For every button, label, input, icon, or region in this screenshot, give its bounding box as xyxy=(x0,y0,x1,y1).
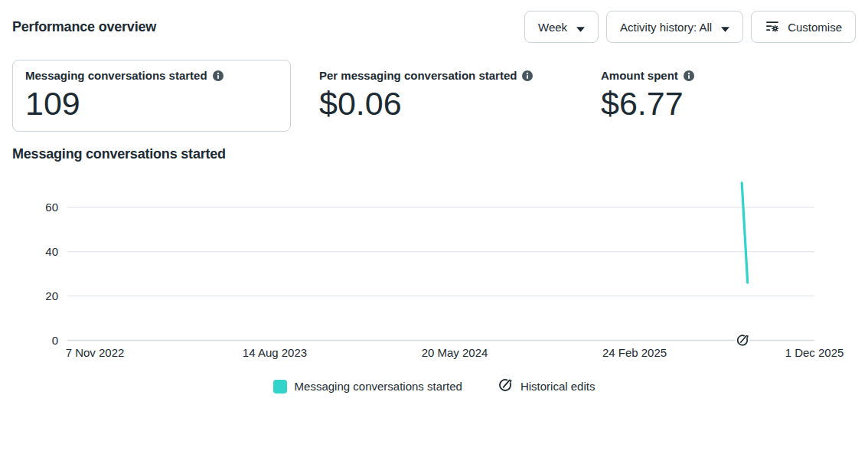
info-icon[interactable] xyxy=(522,70,533,81)
customise-label: Customise xyxy=(788,21,842,34)
x-tick-label: 1 Dec 2025 xyxy=(785,346,844,359)
chart-legend: Messaging conversations started Historic… xyxy=(12,377,856,395)
y-tick-label: 20 xyxy=(45,289,58,302)
chart-area: 02040607 Nov 202214 Aug 202320 May 20242… xyxy=(12,181,856,368)
x-tick-label: 7 Nov 2022 xyxy=(66,346,125,359)
historical-edit-marker[interactable] xyxy=(736,333,750,348)
customise-settings-icon xyxy=(765,18,780,36)
chevron-down-icon xyxy=(721,21,729,34)
metric-label-row: Per messaging conversation started xyxy=(319,69,560,82)
metric-amount-spent[interactable]: Amount spent $6.77 xyxy=(588,60,707,132)
chevron-down-icon xyxy=(576,21,585,34)
chart-title: Messaging conversations started xyxy=(12,146,856,162)
series-line xyxy=(742,183,748,282)
topbar: Performance overview Week Activity histo… xyxy=(12,0,856,43)
metric-label: Messaging conversations started xyxy=(25,69,207,82)
historical-edit-icon xyxy=(498,377,513,395)
week-dropdown[interactable]: Week xyxy=(524,11,599,43)
metric-label-row: Messaging conversations started xyxy=(25,69,278,82)
metric-per-messaging-conversation-started[interactable]: Per messaging conversation started $0.06 xyxy=(306,60,573,132)
legend-label: Historical edits xyxy=(520,380,596,393)
topbar-controls: Week Activity history: All xyxy=(524,11,856,43)
customise-button[interactable]: Customise xyxy=(751,11,856,43)
performance-overview-panel: Performance overview Week Activity histo… xyxy=(0,0,868,395)
metric-value: $0.06 xyxy=(319,86,560,121)
x-tick-label: 14 Aug 2023 xyxy=(243,346,307,359)
metric-value: $6.77 xyxy=(601,86,694,121)
legend-item-series: Messaging conversations started xyxy=(273,380,462,394)
info-icon[interactable] xyxy=(684,70,694,81)
y-tick-label: 40 xyxy=(45,245,58,258)
x-tick-label: 20 May 2024 xyxy=(422,346,488,359)
metric-messaging-conversations-started[interactable]: Messaging conversations started 109 xyxy=(12,60,291,132)
metric-label-row: Amount spent xyxy=(601,69,694,82)
series-color-swatch xyxy=(273,380,287,394)
y-tick-label: 60 xyxy=(45,201,58,214)
week-dropdown-label: Week xyxy=(538,21,567,34)
legend-label: Messaging conversations started xyxy=(295,380,462,393)
activity-history-label: Activity history: All xyxy=(620,21,712,34)
activity-history-dropdown[interactable]: Activity history: All xyxy=(606,11,743,43)
info-icon[interactable] xyxy=(213,70,224,81)
y-tick-label: 0 xyxy=(52,334,58,347)
page-title: Performance overview xyxy=(12,19,156,35)
metric-value: 109 xyxy=(25,86,278,121)
x-tick-label: 24 Feb 2025 xyxy=(602,346,667,359)
metrics-row: Messaging conversations started 109 Per … xyxy=(12,60,856,132)
metric-label: Amount spent xyxy=(601,69,678,82)
line-chart: 02040607 Nov 202214 Aug 202320 May 20242… xyxy=(12,181,856,368)
metric-label: Per messaging conversation started xyxy=(319,69,517,82)
legend-item-historical-edits: Historical edits xyxy=(498,377,596,395)
